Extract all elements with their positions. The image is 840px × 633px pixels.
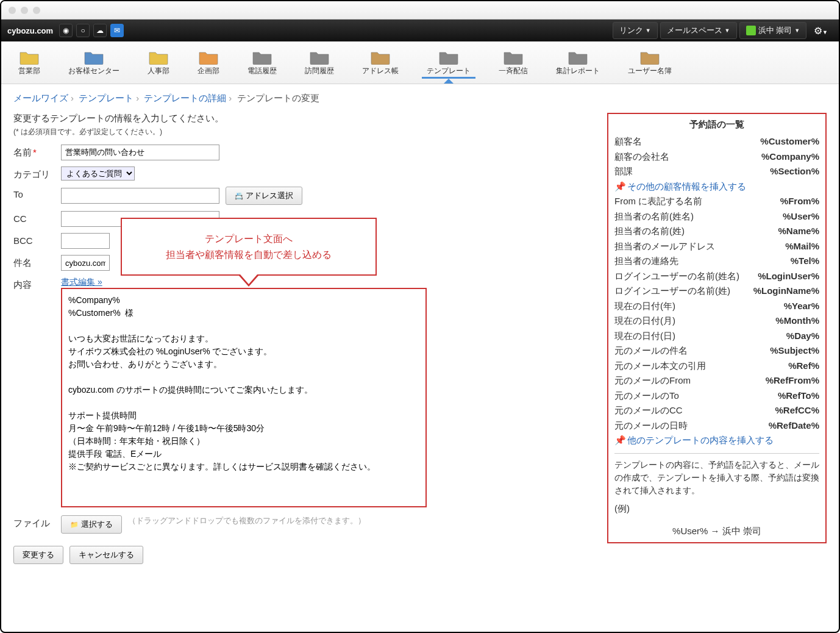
reserved-key: 担当者の連絡先 [614,254,678,268]
reserved-value: %From% [780,195,819,209]
nav-アドレス帳[interactable]: アドレス帳 [357,46,404,79]
submit-button[interactable]: 変更する [13,546,63,564]
folder-icon [370,49,391,65]
nav-企画部[interactable]: 企画部 [193,46,224,79]
reserved-value: %RefTo% [778,389,819,403]
reserved-key: 元のメールの日時 [614,419,688,433]
instruction: 変更するテンプレートの情報を入力してください。 [13,113,589,124]
app-nav: 営業部お客様センター人事部企画部電話履歴訪問履歴アドレス帳テンプレート一斉配信集… [1,41,839,84]
nav-ユーザー名簿[interactable]: ユーザー名簿 [623,46,677,79]
example-text: %User% → 浜中 崇司 [614,526,819,537]
folder-icon [148,49,169,65]
reserved-row: ログインユーザーの名前(姓名)%LoginUser% [614,269,819,284]
body-textarea[interactable]: %Company% %Customer% 様 いつも大変お世話になっております。… [61,288,427,507]
reserved-key: 部課 [614,165,633,179]
reserved-value: %Subject% [770,344,819,358]
mailspace-menu[interactable]: メールスペース▼ [660,22,737,39]
app-mailwise-icon[interactable]: ✉ [110,24,124,37]
nav-お客様センター[interactable]: お客様センター [63,46,124,79]
reserved-value: %User% [783,210,819,224]
reserved-row: 現在の日付(年)%Year% [614,299,819,314]
reserved-row: 元のメールのTo%RefTo% [614,388,819,404]
address-select-button[interactable]: 📇アドレス選択 [226,187,302,205]
top-bar: cybozu.com ◉ ○ ☁ ✉ リンク▼ メールスペース▼ 浜中 崇司▼ … [1,20,839,41]
reserved-key: 顧客の会社名 [614,150,669,164]
reserved-row: 部課%Section% [614,164,819,179]
folder-icon [568,49,588,65]
reserved-value: %LoginName% [753,284,819,298]
app-office-icon[interactable]: ○ [76,24,90,37]
reserved-row: 顧客の会社名%Company% [614,149,819,165]
nav-電話履歴[interactable]: 電話履歴 [243,46,282,79]
reserved-key: 担当者の名前(姓) [614,224,685,238]
minimize-icon[interactable] [21,7,28,14]
reserved-row: 元のメールの件名%Subject% [614,343,819,359]
close-icon[interactable] [9,7,16,14]
reserved-key: 元のメールのCC [614,404,683,418]
pin-icon: 📌 [614,181,626,191]
name-input[interactable] [61,145,219,160]
insert-customer-info-link[interactable]: 📌その他の顧客情報を挿入する [614,180,746,194]
reserved-key: 担当者の名前(姓名) [614,210,694,224]
crumb-mailwise[interactable]: メールワイズ [13,93,68,103]
zoom-icon[interactable] [33,7,40,14]
reserved-key: 現在の日付(年) [614,299,675,313]
nav-テンプレート[interactable]: テンプレート [422,46,475,79]
reserved-value: %RefCC% [775,404,819,418]
example-label: (例) [614,503,819,515]
category-select[interactable]: よくあるご質問 [61,166,135,181]
label-bcc: BCC [13,233,61,246]
reserved-title: 予約語の一覧 [614,119,819,131]
nav-営業部[interactable]: 営業部 [13,46,45,79]
reserved-value: %Company% [761,150,819,164]
reserved-row: 現在の日付(日)%Day% [614,329,819,344]
reserved-value: %Name% [778,224,819,238]
reserved-key: ログインユーザーの名前(姓名) [614,270,739,284]
cancel-button[interactable]: キャンセルする [69,546,143,564]
reserved-key: 元のメール本文の引用 [614,359,706,373]
label-file: ファイル [13,515,61,529]
reserved-value: %Mail% [785,240,819,254]
bcc-input[interactable] [61,233,110,249]
crumb-detail[interactable]: テンプレートの詳細 [144,93,226,103]
nav-集計レポート[interactable]: 集計レポート [551,46,605,79]
subject-input[interactable] [61,255,110,271]
reserved-key: 現在の日付(月) [614,314,675,328]
app-kintone-icon[interactable]: ☁ [93,24,107,37]
label-to: To [13,187,61,199]
insert-other-template-link[interactable]: 📌他のテンプレートの内容を挿入する [614,434,774,448]
reserved-row: 担当者のメールアドレス%Mail% [614,239,819,254]
reserved-key: 現在の日付(日) [614,329,675,343]
reserved-words-panel: 予約語の一覧 顧客名%Customer%顧客の会社名%Company%部課%Se… [607,113,827,543]
folder-icon [309,49,330,65]
reserved-value: %LoginUser% [758,270,819,284]
required-note: (* は必須項目です。必ず設定してください。) [13,127,589,137]
reserved-row: 担当者の名前(姓)%Name% [614,224,819,239]
to-input[interactable] [61,188,219,204]
label-subject: 件名 [13,255,61,269]
reserved-key: 元のメールの件名 [614,344,688,358]
reserved-row: 顧客名%Customer% [614,134,819,149]
reserved-value: %Month% [775,314,819,328]
crumb-template[interactable]: テンプレート [79,93,133,103]
gear-icon[interactable]: ⚙▼ [809,23,833,39]
label-name: 名前* [13,145,61,159]
rich-edit-link[interactable]: 書式編集 » [61,277,102,287]
crumb-current: テンプレートの変更 [237,93,319,103]
app-garoon-icon[interactable]: ◉ [59,24,73,37]
reserved-key: 元のメールのTo [614,389,679,403]
breadcrumb: メールワイズ› テンプレート› テンプレートの詳細› テンプレートの変更 [13,93,827,104]
user-menu[interactable]: 浜中 崇司▼ [739,22,807,39]
reserved-value: %RefDate% [769,419,819,433]
reserved-value: %Ref% [788,359,819,373]
file-select-button[interactable]: 📁選択する [61,515,122,534]
reserved-row: 元のメール本文の引用%Ref% [614,359,819,374]
folder-icon [438,49,459,65]
link-menu[interactable]: リンク▼ [613,22,658,39]
nav-人事部[interactable]: 人事部 [143,46,174,79]
reserved-row: 元のメールの日時%RefDate% [614,418,819,434]
nav-訪問履歴[interactable]: 訪問履歴 [300,46,339,79]
reserved-key: 元のメールのFrom [614,374,691,388]
nav-一斉配信[interactable]: 一斉配信 [494,46,533,79]
app-window: cybozu.com ◉ ○ ☁ ✉ リンク▼ メールスペース▼ 浜中 崇司▼ … [0,0,840,633]
